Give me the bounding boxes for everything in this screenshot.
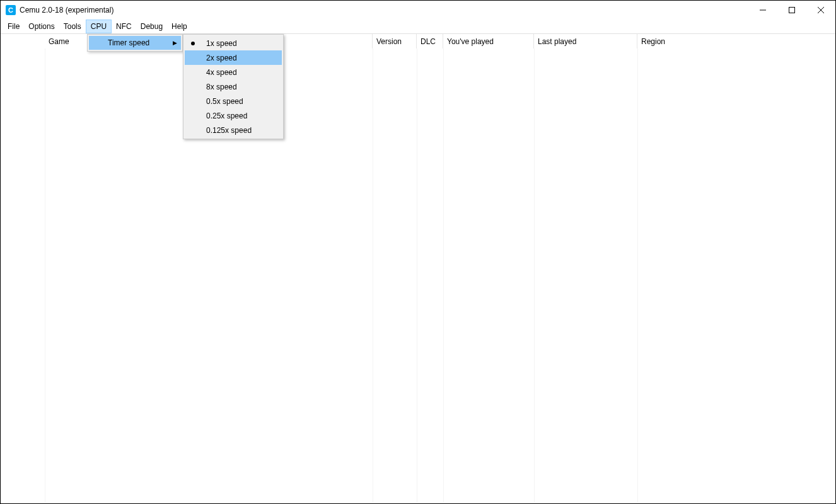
column-header-version[interactable]: Version [373, 34, 417, 49]
menu-cpu[interactable]: CPU [86, 20, 112, 33]
close-button[interactable] [806, 1, 835, 20]
speed-option-label: 0.125x speed [206, 126, 252, 135]
cpu-submenu: Timer speed ▶ [87, 34, 183, 52]
menu-help[interactable]: Help [167, 20, 192, 33]
speed-option-label: 8x speed [206, 83, 237, 91]
speed-option-label: 2x speed [206, 54, 237, 62]
minimize-button[interactable] [748, 1, 777, 20]
maximize-button[interactable] [777, 1, 806, 20]
speed-option[interactable]: 4x speed [185, 65, 282, 79]
speed-option[interactable]: 0.125x speed [185, 123, 282, 137]
menu-tools[interactable]: Tools [59, 20, 86, 33]
titlebar: C Cemu 2.0-18 (experimental) [1, 1, 835, 20]
speed-option[interactable]: 0.5x speed [185, 94, 282, 108]
column-header-region[interactable]: Region [637, 34, 835, 49]
speed-option-label: 1x speed [206, 39, 237, 48]
window-title: Cemu 2.0-18 (experimental) [20, 6, 113, 14]
column-divider [373, 49, 373, 503]
speed-option[interactable]: 8x speed [185, 79, 282, 94]
submenu-item-label: Timer speed [108, 38, 149, 47]
menu-debug[interactable]: Debug [136, 20, 167, 33]
speed-option[interactable]: 0.25x speed [185, 108, 282, 123]
chevron-right-icon: ▶ [173, 40, 177, 46]
column-divider [637, 49, 638, 503]
menu-file[interactable]: File [3, 20, 24, 33]
column-divider [443, 49, 444, 503]
menubar: File Options Tools CPU NFC Debug Help [1, 20, 835, 34]
speed-option-label: 4x speed [206, 68, 237, 77]
menu-options[interactable]: Options [24, 20, 59, 33]
timer-speed-submenu: 1x speed2x speed4x speed8x speed0.5x spe… [183, 34, 284, 139]
speed-option[interactable]: 2x speed [185, 50, 282, 65]
table-body [1, 49, 835, 503]
app-icon: C [6, 5, 16, 15]
submenu-item-timer-speed[interactable]: Timer speed ▶ [89, 36, 181, 50]
radio-dot-icon [191, 42, 195, 45]
speed-option-label: 0.25x speed [206, 112, 247, 120]
speed-option-label: 0.5x speed [206, 97, 243, 106]
menu-nfc[interactable]: NFC [112, 20, 136, 33]
svg-rect-1 [789, 8, 795, 13]
speed-option[interactable]: 1x speed [185, 36, 282, 50]
window-controls [748, 1, 835, 20]
column-header-played[interactable]: You've played [443, 34, 534, 49]
column-divider [417, 49, 417, 503]
column-divider [534, 49, 535, 503]
column-header-dlc[interactable]: DLC [417, 34, 443, 49]
column-divider [45, 49, 45, 503]
column-header-last[interactable]: Last played [534, 34, 637, 49]
